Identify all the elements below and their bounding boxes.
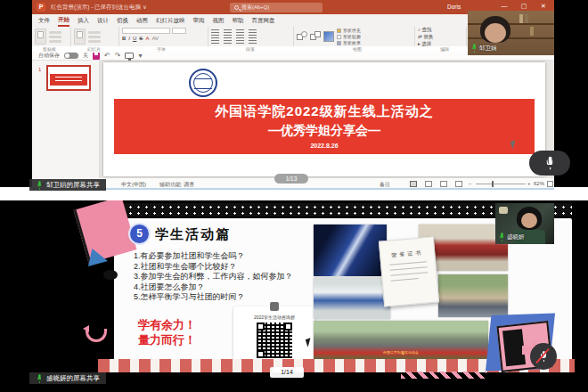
tab-file[interactable]: 文件 — [38, 15, 50, 26]
autosave-toggle[interactable] — [64, 53, 78, 59]
columns-icon[interactable] — [249, 37, 257, 44]
mic-on-icon — [37, 374, 42, 383]
slide-thumbnail-panel: 1 — [32, 61, 100, 178]
qr-code-card: 2022学生活动咨询群 扫一扫二维码，加入群聊 — [233, 306, 315, 367]
underline-button[interactable]: U — [133, 36, 136, 41]
save-button-icon[interactable] — [93, 53, 100, 60]
slide-title-banner: 外国语学院2022级新生线上活动之 —优秀学姐分享会— 2022.8.26 — [114, 99, 535, 154]
question-item: 2.社团和学生会哪个比较好？ — [134, 262, 325, 273]
zoom-out-button[interactable]: − — [469, 181, 472, 186]
align-right-icon[interactable] — [236, 37, 244, 44]
slogan-text: 学有余力！ 量力而行！ — [138, 317, 196, 347]
qr-card-title: 2022学生活动咨询群 — [233, 314, 315, 320]
undo-button-icon[interactable]: ↶ — [104, 52, 110, 61]
layout-reset-section-icons[interactable] — [88, 31, 101, 43]
font-name-box[interactable] — [122, 28, 170, 34]
quick-styles-button-icon[interactable] — [323, 31, 334, 42]
paragraph-group — [208, 27, 294, 46]
zoom-in-button[interactable]: + — [527, 181, 531, 186]
tab-insert[interactable]: 插入 — [78, 15, 89, 26]
editor-workspace: 1 外国语学院2022级新生线上活动之 —优秀学姐分享会— 2022.8.26 … — [32, 61, 554, 178]
tab-animations[interactable]: 动画 — [136, 15, 148, 26]
cut-copy-painter-icons[interactable] — [49, 31, 61, 43]
shapes-button-icon[interactable] — [297, 31, 307, 42]
shape-fill-button[interactable]: 形状填充 — [337, 28, 361, 33]
slideshow-title: 学生活动篇 — [155, 226, 231, 243]
tab-baidu-netdisk[interactable]: 百度网盘 — [252, 15, 275, 26]
microphone-button[interactable] — [529, 151, 570, 176]
mic-on-icon — [37, 181, 42, 190]
strikethrough-button[interactable]: S — [139, 36, 143, 41]
drawing-group: 形状填充 形状轮廓 形状效果 — [294, 27, 415, 46]
search-input[interactable]: 搜索(Alt+Q) — [230, 3, 323, 12]
black-oval-decor — [103, 270, 118, 280]
bullets-icon[interactable] — [211, 29, 219, 36]
font-group: B I U S A AV — [119, 27, 208, 46]
clipboard-group — [32, 27, 71, 46]
normal-view-icon[interactable] — [410, 181, 417, 187]
tab-help[interactable]: 帮助 — [233, 15, 244, 26]
slide-thumbnail[interactable] — [46, 65, 91, 91]
slideshow-view-icon[interactable] — [455, 181, 462, 187]
reading-view-icon[interactable] — [440, 181, 447, 187]
pink-stripes-decor — [401, 372, 486, 379]
screen-share-bottom: 5 学生活动篇 1.有必要参加社团和学生会吗？ 2.社团和学生会哪个比较好？ 3… — [0, 200, 588, 392]
line-spacing-icon[interactable] — [249, 29, 257, 36]
start-slideshow-icon[interactable] — [125, 53, 134, 59]
screen-share-top: P 红色背景(演示) - 已保存到这台电脑 ∨ 搜索(Alt+Q) Doris … — [0, 0, 588, 200]
autosave-label: 自动保存 — [38, 52, 60, 60]
indent-icon[interactable] — [236, 29, 244, 36]
meeting-window: P 红色背景(演示) - 已保存到这台电脑 ∨ 搜索(Alt+Q) Doris … — [0, 0, 588, 392]
shape-effects-button[interactable]: 形状效果 — [337, 40, 361, 45]
font-size-box[interactable] — [172, 28, 186, 34]
screen-share-label-top: 邹卫娟的屏幕共享 — [29, 179, 106, 191]
slide-sorter-icon[interactable] — [425, 181, 432, 187]
slide-title-line2: —优秀学姐分享会— — [114, 123, 535, 139]
shape-effects-icon — [337, 41, 341, 45]
webcam-tile-top[interactable]: 邹卫娟 — [468, 11, 554, 55]
align-center-icon[interactable] — [224, 37, 232, 44]
numbering-icon[interactable] — [224, 29, 232, 36]
find-button[interactable]: ⌕ 查找 — [418, 27, 433, 33]
question-item: 3.参加学生会的利弊，工作内容，如何参加？ — [134, 272, 325, 282]
bold-button[interactable]: B — [122, 36, 126, 41]
question-item: 5.怎样平衡学习与社团的时间？ — [134, 292, 325, 303]
arrange-button-icon[interactable] — [310, 31, 321, 42]
tab-view[interactable]: 视图 — [213, 15, 225, 26]
paste-button-icon[interactable] — [35, 29, 46, 45]
tab-transitions[interactable]: 切换 — [117, 15, 128, 26]
notes-button[interactable]: 备注 — [380, 181, 390, 189]
shape-outline-button[interactable]: 形状轮廓 — [337, 34, 361, 39]
microphone-icon — [545, 157, 554, 169]
font-color-button[interactable]: A — [145, 36, 149, 41]
field-group-photo: 外国语学院趣味运动会 — [314, 321, 488, 362]
bookshelf-decor — [519, 14, 523, 23]
redo-button-icon[interactable]: ↷ — [115, 52, 121, 61]
autosave-state: 关 — [83, 52, 88, 60]
character-spacing-button[interactable]: AV — [151, 36, 159, 41]
account-name[interactable]: Doris — [447, 0, 461, 14]
status-language[interactable]: 中文(中国) — [121, 181, 146, 189]
tab-review[interactable]: 审阅 — [193, 15, 205, 26]
webcam-tile-bottom[interactable]: 盛晓妍 — [495, 203, 554, 244]
tab-design[interactable]: 设计 — [97, 15, 109, 26]
zoom-slider-thumb[interactable] — [492, 181, 494, 187]
zoom-percentage[interactable]: 62% — [534, 181, 544, 186]
zoom-slider[interactable] — [476, 184, 526, 184]
status-accessibility[interactable]: 辅助功能: 调查 — [159, 181, 194, 189]
thumbnail-number: 1 — [38, 67, 41, 72]
align-left-icon[interactable] — [211, 37, 219, 44]
customize-toolbar-icon[interactable]: ▾ — [138, 52, 142, 61]
italic-button[interactable]: I — [128, 36, 130, 41]
replace-button[interactable]: ⇄ 替换 — [418, 34, 433, 40]
shape-fill-icon — [337, 29, 341, 33]
fit-to-window-icon[interactable] — [547, 181, 553, 187]
tab-slideshow[interactable]: 幻灯片放映 — [156, 15, 185, 26]
tab-home[interactable]: 开始 — [58, 14, 69, 27]
powerpoint-app-icon: P — [37, 3, 45, 12]
mic-on-icon — [471, 44, 477, 53]
qr-code — [257, 323, 292, 358]
slide-canvas[interactable]: 外国语学院2022级新生线上活动之 —优秀学姐分享会— 2022.8.26 — [103, 62, 545, 176]
new-slide-button-icon[interactable] — [74, 29, 86, 45]
microphone-muted-button[interactable] — [530, 343, 557, 370]
